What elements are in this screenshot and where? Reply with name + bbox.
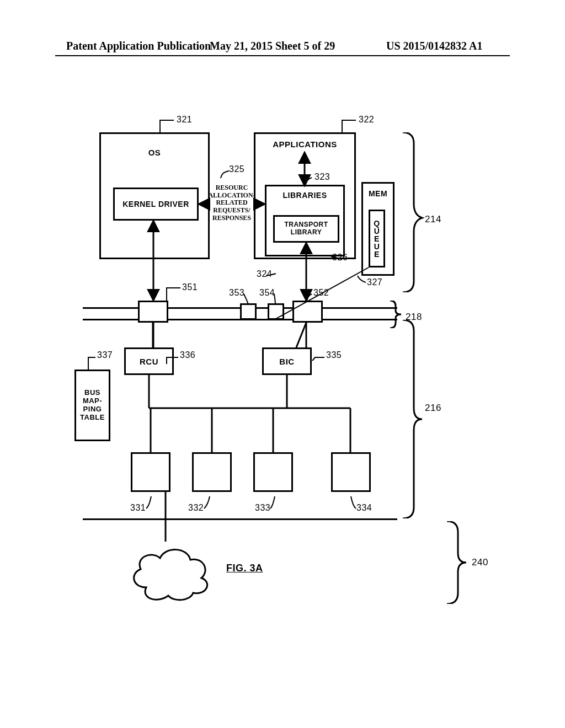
- brace-240: [441, 521, 475, 604]
- figure-caption: FIG. 3A: [226, 563, 263, 574]
- page: Patent Application Publication May 21, 2…: [0, 0, 565, 728]
- brace-216: [397, 320, 430, 518]
- svg-line-15: [276, 267, 369, 319]
- header-center: May 21, 2015 Sheet 5 of 29: [210, 40, 335, 52]
- header-right: US 2015/0142832 A1: [386, 40, 482, 52]
- header-rule: [55, 55, 510, 56]
- svg-line-17: [296, 323, 306, 347]
- cloud-icon: [127, 540, 215, 607]
- header-left: Patent Application Publication: [66, 40, 211, 52]
- to-cloud-line: [0, 491, 565, 601]
